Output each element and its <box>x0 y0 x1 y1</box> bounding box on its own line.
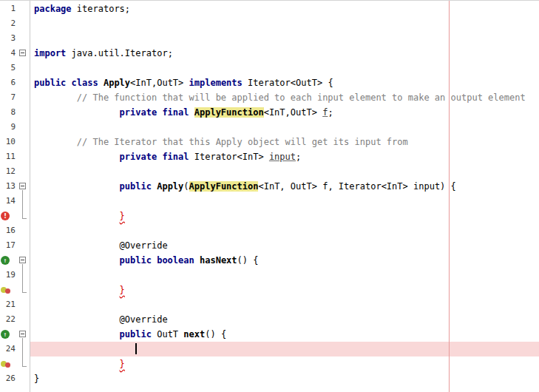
code-text[interactable]: @Override <box>30 238 539 253</box>
gutter-line-7[interactable]: 7 <box>0 90 30 105</box>
token: () { <box>205 329 226 339</box>
code-text[interactable]: // The Iterator that this Apply object w… <box>30 135 539 149</box>
code-text[interactable]: } <box>30 356 539 371</box>
code-text[interactable] <box>30 194 539 209</box>
code-text[interactable]: public boolean hasNext() { <box>30 253 539 268</box>
gutter-line-15[interactable]: ! <box>0 209 30 223</box>
code-text[interactable] <box>30 16 539 31</box>
code-text[interactable]: @Override <box>30 312 539 327</box>
token: public boolean <box>120 255 194 266</box>
code-line-20[interactable]: } <box>0 283 539 297</box>
warning-icon[interactable] <box>1 285 10 294</box>
code-line-11[interactable]: 11 private final Iterator<InT> input; <box>0 149 539 164</box>
code-line-25[interactable]: } <box>0 356 539 371</box>
gutter-line-25[interactable] <box>0 356 30 371</box>
code-text[interactable] <box>30 342 539 356</box>
override-method-icon[interactable]: ↑ <box>1 256 10 265</box>
gutter-line-6[interactable]: 6 <box>0 75 30 90</box>
code-text[interactable]: // The function that will be applied to … <box>30 90 539 105</box>
code-line-12[interactable]: 12 <box>0 164 539 179</box>
token: // The function that will be applied to … <box>34 92 526 103</box>
code-text[interactable] <box>30 31 539 46</box>
gutter-line-17[interactable]: 17 <box>0 238 30 253</box>
code-text[interactable] <box>30 297 539 312</box>
fold-collapse-icon[interactable] <box>19 257 26 263</box>
code-text[interactable]: private final ApplyFunction<InT,OutT> f; <box>30 105 539 120</box>
gutter-line-24[interactable]: 24 <box>0 342 30 356</box>
gutter-line-2[interactable]: 2 <box>0 16 30 31</box>
code-line-14[interactable]: 14 <box>0 194 539 209</box>
gutter-line-12[interactable]: 12 <box>0 164 30 179</box>
gutter-line-20[interactable] <box>0 283 30 297</box>
gutter-line-16[interactable]: 16 <box>0 223 30 238</box>
gutter-line-5[interactable]: 5 <box>0 61 30 75</box>
code-line-15[interactable]: ! } <box>0 209 539 223</box>
code-line-16[interactable]: 16 <box>0 223 539 238</box>
fold-collapse-icon[interactable] <box>19 331 26 337</box>
gutter-line-3[interactable]: 3 <box>0 31 30 46</box>
code-line-5[interactable]: 5 <box>0 61 539 75</box>
gutter-line-18[interactable]: ↑ <box>0 253 30 268</box>
gutter-line-8[interactable]: 8 <box>0 105 30 120</box>
code-text[interactable] <box>30 268 539 283</box>
gutter-line-9[interactable]: 9 <box>0 120 30 135</box>
gutter-line-4[interactable]: 4 <box>0 46 30 61</box>
code-text[interactable]: import java.util.Iterator; <box>30 46 539 61</box>
error-icon[interactable]: ! <box>1 212 10 220</box>
code-line-4[interactable]: 4import java.util.Iterator; <box>0 46 539 61</box>
line-number: 4 <box>0 46 16 61</box>
code-text[interactable] <box>30 164 539 179</box>
code-line-10[interactable]: 10 // The Iterator that this Apply objec… <box>0 135 539 149</box>
gutter-line-22[interactable]: 22 <box>0 312 30 327</box>
code-text[interactable] <box>30 61 539 75</box>
code-text[interactable]: } <box>30 209 539 223</box>
fold-range-end-tick <box>22 292 27 293</box>
gutter-line-14[interactable]: 14 <box>0 194 30 209</box>
code-line-26[interactable]: 26} <box>0 371 539 386</box>
java-code-editor[interactable]: 1package iterators;234import java.util.I… <box>0 0 539 392</box>
gutter-line-23[interactable]: ↑ <box>0 327 30 342</box>
code-text[interactable]: public class Apply<InT,OutT> implements … <box>30 75 539 90</box>
line-number: 11 <box>0 149 16 164</box>
code-line-18[interactable]: ↑ public boolean hasNext() { <box>0 253 539 268</box>
gutter-line-13[interactable]: 13 <box>0 179 30 194</box>
code-line-9[interactable]: 9 <box>0 120 539 135</box>
code-line-3[interactable]: 3 <box>0 31 539 46</box>
gutter-line-21[interactable]: 21 <box>0 297 30 312</box>
gutter-line-26[interactable]: 26 <box>0 371 30 386</box>
code-line-2[interactable]: 2 <box>0 16 539 31</box>
code-line-19[interactable]: 19 <box>0 268 539 283</box>
code-line-13[interactable]: 13 public Apply(ApplyFunction<InT, OutT>… <box>0 179 539 194</box>
code-line-6[interactable]: 6public class Apply<InT,OutT> implements… <box>0 75 539 90</box>
token: () { <box>237 255 259 266</box>
code-line-1[interactable]: 1package iterators; <box>0 1 539 16</box>
code-line-22[interactable]: 22 @Override <box>0 312 539 327</box>
fold-collapse-icon[interactable] <box>19 183 26 189</box>
gutter-line-10[interactable]: 10 <box>0 135 30 149</box>
code-text[interactable] <box>30 120 539 135</box>
gutter-line-11[interactable]: 11 <box>0 149 30 164</box>
code-line-8[interactable]: 8 private final ApplyFunction<InT,OutT> … <box>0 105 539 120</box>
gutter-line-1[interactable]: 1 <box>0 1 30 16</box>
token <box>34 329 120 339</box>
token <box>189 107 194 118</box>
code-text[interactable]: public OutT next() { <box>30 327 539 342</box>
gutter-line-19[interactable]: 19 <box>0 268 30 283</box>
code-line-21[interactable]: 21 <box>0 297 539 312</box>
code-text[interactable]: public Apply(ApplyFunction<InT, OutT> f,… <box>30 179 539 194</box>
code-line-24[interactable]: 24 <box>0 342 539 356</box>
code-text[interactable] <box>30 223 539 238</box>
token <box>34 211 120 221</box>
token <box>98 78 104 88</box>
code-text[interactable]: private final Iterator<InT> input; <box>30 149 539 164</box>
code-text[interactable]: } <box>30 371 539 386</box>
code-line-17[interactable]: 17 @Override <box>0 238 539 253</box>
code-line-23[interactable]: ↑ public OutT next() { <box>0 327 539 342</box>
code-text[interactable]: } <box>30 283 539 297</box>
fold-collapse-icon[interactable] <box>19 50 26 56</box>
token: implements <box>189 78 243 88</box>
code-text[interactable]: package iterators; <box>30 1 539 16</box>
override-method-icon[interactable]: ↑ <box>1 330 10 339</box>
warning-icon[interactable] <box>1 359 10 368</box>
code-line-7[interactable]: 7 // The function that will be applied t… <box>0 90 539 105</box>
